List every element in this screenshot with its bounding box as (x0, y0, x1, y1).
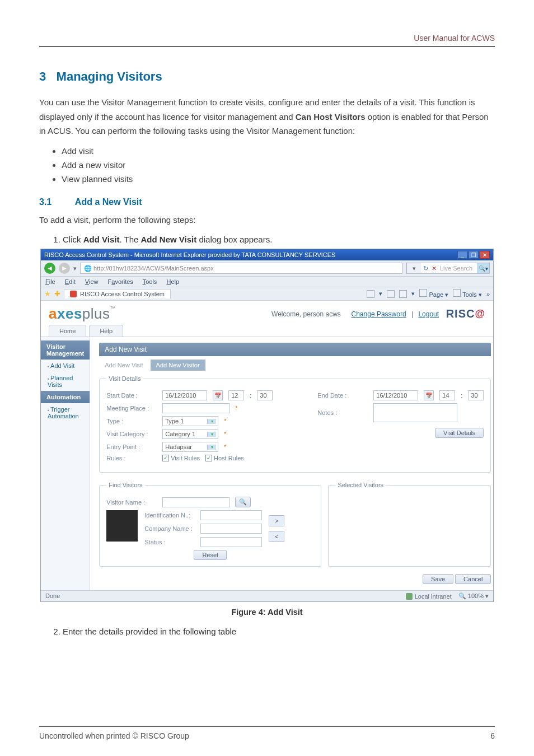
minimize-button[interactable]: _ (457, 251, 467, 259)
tab-help[interactable]: Help (89, 325, 123, 337)
step1-bold2: Add New Visit (141, 235, 197, 244)
search-visitor-button[interactable]: 🔍 (235, 497, 251, 507)
menu-tools[interactable]: Tools (143, 278, 157, 285)
sidebar-item-trigger[interactable]: Trigger Automation (41, 403, 90, 422)
calendar-icon[interactable]: 📅 (213, 390, 223, 400)
category-select[interactable]: Category 1▾ (162, 429, 218, 439)
sidebar-item-planned[interactable]: Planned Visits (41, 372, 90, 391)
search-box[interactable]: ▾ ↻ ✕ Live Search 🔍▾ (406, 263, 490, 274)
favorites-star-icon[interactable]: ★ (44, 290, 51, 298)
step1-prefix: Click (63, 235, 83, 244)
company-label: Company Name : (144, 525, 195, 532)
sidebar: Visitor Management Add Visit Planned Vis… (41, 337, 90, 590)
forward-button[interactable]: ► (59, 263, 70, 274)
search-provider-dropdown[interactable]: ▾ (406, 263, 421, 273)
menu-favorites[interactable]: Favorites (108, 278, 133, 285)
company-input[interactable] (200, 524, 262, 534)
page-icon: 🌐 (84, 265, 93, 272)
find-visitors-fieldset: Find Visitors Visitor Name : 🔍 Identific… (99, 482, 321, 567)
stop-icon[interactable]: ✕ (430, 265, 438, 272)
reset-button[interactable]: Reset (194, 550, 227, 560)
ie-titlebar: RISCO Access Control System - Microsoft … (41, 249, 493, 260)
figure-caption: Figure 4: Add Visit (39, 608, 495, 617)
menu-view[interactable]: View (85, 278, 99, 285)
notes-label: Notes : (317, 409, 368, 416)
change-password-link[interactable]: Change Password (352, 310, 406, 318)
move-right-button[interactable]: > (269, 515, 284, 526)
refresh-icon[interactable]: ↻ (421, 265, 430, 272)
security-zone: Local intranet (406, 593, 452, 600)
section-number: 3 (39, 69, 46, 83)
sub-intro: To add a visit, perform the following st… (39, 213, 495, 227)
end-hour-input[interactable]: 14 (439, 390, 455, 400)
menu-edit[interactable]: Edit (65, 278, 76, 285)
feeds-icon[interactable] (387, 290, 395, 298)
host-rules-checkbox[interactable]: ✓Host Rules (205, 455, 244, 461)
start-date-input[interactable]: 16/12/2010 (162, 390, 207, 400)
print-icon[interactable] (399, 290, 407, 298)
bullet-list: Add visit Add a new visitor View planned… (62, 146, 495, 184)
start-hour-input[interactable]: 12 (228, 390, 244, 400)
screenshot-container: RISCO Access Control System - Microsoft … (40, 249, 494, 602)
tab-home[interactable]: Home (49, 325, 86, 337)
meeting-place-label: Meeting Place : (106, 405, 157, 412)
subsection-number: 3.1 (39, 197, 73, 207)
search-placeholder: Live Search (438, 265, 477, 272)
visitor-avatar (106, 510, 138, 542)
section-heading: 3 Managing Visitors (39, 69, 495, 84)
entry-point-select[interactable]: Hadapsar▾ (162, 442, 218, 452)
menu-help[interactable]: Help (166, 278, 179, 285)
risco-logo: RISC@ (442, 307, 485, 320)
end-date-label: End Date : (317, 392, 368, 399)
address-bar[interactable]: 🌐 http://01hw182234/ACWS/MainScreen.aspx (80, 263, 402, 274)
maximize-button[interactable]: ❐ (469, 251, 479, 259)
browser-tab[interactable]: RISCO Access Control System (64, 289, 171, 298)
status-input[interactable] (200, 537, 262, 547)
ie-status-bar: Done Local intranet 🔍 100% ▾ (41, 590, 493, 601)
ie-tab-row: ★ ✚ RISCO Access Control System ▾ ▾ Page… (41, 287, 493, 301)
footer-left: Uncontrolled when printed © RISCO Group (39, 731, 189, 740)
type-select[interactable]: Type 1▾ (162, 416, 218, 426)
search-go-button[interactable]: 🔍▾ (477, 263, 489, 273)
cancel-button[interactable]: Cancel (455, 574, 491, 584)
notes-textarea[interactable] (373, 403, 457, 422)
visit-details-button[interactable]: Visit Details (435, 428, 484, 438)
close-button[interactable]: ✕ (480, 251, 490, 259)
selected-visitors-legend: Selected Visitors (335, 482, 386, 488)
home-icon[interactable] (367, 290, 374, 298)
save-button[interactable]: Save (423, 574, 453, 584)
bullet-item: Add visit (62, 146, 495, 156)
id-input[interactable] (200, 510, 262, 520)
zoom-level[interactable]: 🔍 100% ▾ (458, 592, 489, 600)
move-left-button[interactable]: < (269, 531, 284, 542)
id-label: Identification N..: (144, 512, 195, 519)
toolbar-chevron[interactable]: » (486, 291, 490, 297)
tools-menu[interactable]: Tools ▾ (453, 289, 482, 298)
back-button[interactable]: ◄ (44, 263, 55, 274)
doc-header: User Manual for ACWS (39, 34, 495, 43)
start-min-input[interactable]: 30 (257, 390, 273, 400)
visitor-name-input[interactable] (162, 497, 229, 507)
menu-file[interactable]: File (45, 278, 55, 285)
end-date-input[interactable]: 16/12/2010 (373, 390, 418, 400)
intranet-icon (406, 593, 413, 600)
type-label: Type : (106, 418, 157, 424)
ie-command-bar: ▾ ▾ Page ▾ Tools ▾ » (367, 289, 490, 298)
footer-page-number: 6 (490, 731, 495, 740)
header-rule (39, 46, 495, 47)
sidebar-head-automation: Automation (41, 391, 90, 403)
subtab-add-visitor[interactable]: Add New Visitor (151, 360, 205, 371)
visit-rules-checkbox[interactable]: ✓Visit Rules (162, 455, 200, 461)
logout-link[interactable]: Logout (418, 310, 439, 318)
page-menu[interactable]: Page ▾ (419, 289, 448, 298)
meeting-place-input[interactable] (162, 403, 229, 413)
sidebar-item-add-visit[interactable]: Add Visit (41, 360, 90, 372)
nav-dropdown-icon[interactable]: ▾ (73, 265, 77, 272)
status-left: Done (45, 592, 60, 600)
calendar-icon[interactable]: 📅 (424, 390, 434, 400)
page-footer: Uncontrolled when printed © RISCO Group … (39, 726, 495, 740)
visit-details-legend: Visit Details (106, 375, 143, 382)
subtab-add-visit[interactable]: Add New Visit (99, 360, 148, 371)
add-favorite-icon[interactable]: ✚ (54, 290, 60, 298)
end-min-input[interactable]: 30 (468, 390, 484, 400)
